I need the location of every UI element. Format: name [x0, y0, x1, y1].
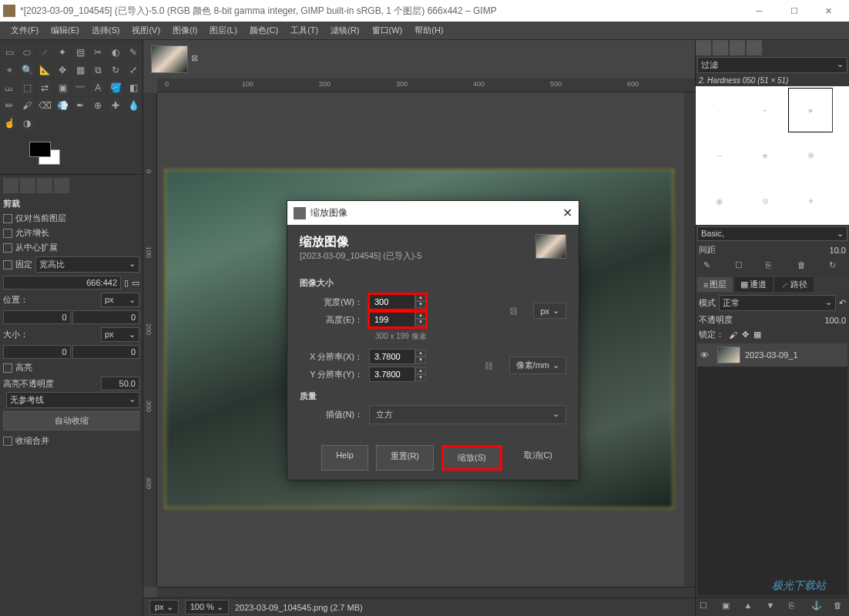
- opt-tab-2[interactable]: [20, 178, 35, 193]
- fg-color-swatch[interactable]: [29, 142, 51, 157]
- brush-item[interactable]: •: [743, 88, 787, 132]
- menu-windows[interactable]: 窗口(W): [366, 22, 409, 38]
- menu-view[interactable]: 视图(V): [126, 22, 166, 38]
- tool-fuzzy-select[interactable]: ✦: [55, 45, 70, 60]
- check-fixed[interactable]: [3, 260, 12, 270]
- ruler-horizontal[interactable]: 0 100 200 300 400 500 600: [157, 79, 695, 92]
- highlight-opacity[interactable]: 50.0: [101, 377, 139, 390]
- help-button[interactable]: Help: [321, 445, 368, 470]
- xres-up[interactable]: ▲: [415, 350, 426, 357]
- tool-move[interactable]: ✥: [55, 62, 70, 78]
- tool-zoom[interactable]: 🔍: [19, 62, 35, 78]
- tab-paths[interactable]: ⟋ 路径: [774, 277, 814, 292]
- close-button[interactable]: ✕: [811, 0, 846, 22]
- raise-layer-icon[interactable]: ▲: [744, 601, 757, 613]
- layer-item[interactable]: 👁 2023-03-09_1: [697, 343, 847, 367]
- brush-tab-4[interactable]: [747, 40, 762, 55]
- ruler-vertical[interactable]: 0 100 200 300 400: [143, 92, 157, 587]
- check-current-layer[interactable]: [3, 214, 12, 223]
- scale-button[interactable]: 缩放(S): [441, 445, 502, 470]
- check-allow-grow[interactable]: [3, 229, 12, 238]
- check-highlight[interactable]: [3, 363, 12, 373]
- width-down[interactable]: ▼: [415, 301, 426, 308]
- yres-up[interactable]: ▲: [415, 367, 426, 374]
- tool-rect-select[interactable]: ▭: [2, 45, 17, 60]
- tool-measure[interactable]: 📐: [37, 62, 52, 78]
- brush-item[interactable]: ·: [697, 88, 742, 132]
- tool-blur[interactable]: 💧: [126, 98, 141, 113]
- tool-rotate[interactable]: ↻: [108, 62, 123, 78]
- tool-shear[interactable]: ⧢: [2, 80, 17, 95]
- brush-item[interactable]: ◉: [697, 179, 742, 223]
- menu-layer[interactable]: 图层(L): [203, 22, 243, 38]
- width-up[interactable]: ▲: [415, 294, 426, 301]
- lock-position-icon[interactable]: ✥: [742, 330, 749, 340]
- scrollbar-horizontal[interactable]: [157, 587, 695, 598]
- xres-down[interactable]: ▼: [415, 357, 426, 363]
- tool-ellipse-select[interactable]: ⬭: [19, 45, 35, 60]
- menu-color[interactable]: 颜色(C): [243, 22, 284, 38]
- yres-input[interactable]: 3.7800: [369, 367, 415, 382]
- res-chain-link-icon[interactable]: ⛓: [483, 352, 495, 380]
- lower-layer-icon[interactable]: ▼: [767, 601, 779, 613]
- image-thumbnail[interactable]: [151, 45, 188, 73]
- brush-item[interactable]: ░: [834, 133, 849, 178]
- res-unit-select[interactable]: 像素/mm⌄: [509, 357, 566, 374]
- tool-align[interactable]: ▦: [72, 62, 88, 78]
- menu-select[interactable]: 选择(S): [86, 22, 126, 38]
- scrollbar-vertical[interactable]: [684, 92, 695, 587]
- menu-help[interactable]: 帮助(H): [408, 22, 449, 38]
- dialog-close-icon[interactable]: ✕: [562, 206, 572, 220]
- tab-layers[interactable]: ≡ 图层: [697, 277, 733, 292]
- reset-button[interactable]: 重置(R): [376, 445, 434, 470]
- opacity-value[interactable]: 100.0: [733, 316, 846, 325]
- width-input[interactable]: 300: [369, 294, 415, 310]
- tool-airbrush[interactable]: 💨: [55, 98, 70, 113]
- size-h[interactable]: 0: [72, 345, 140, 359]
- tool-pencil[interactable]: ✏: [2, 98, 17, 113]
- spacing-value[interactable]: 10.0: [716, 246, 846, 255]
- maximize-button[interactable]: ☐: [777, 0, 811, 22]
- tool-bucket[interactable]: 🪣: [108, 80, 123, 95]
- delete-icon[interactable]: 🗑: [797, 260, 810, 273]
- brush-item[interactable]: ★: [743, 133, 787, 178]
- tool-crop[interactable]: ⧉: [90, 62, 106, 78]
- height-up[interactable]: ▲: [415, 312, 426, 319]
- size-w[interactable]: 0: [3, 345, 71, 359]
- refresh-icon[interactable]: ↻: [829, 260, 841, 273]
- tool-flip[interactable]: ⇄: [37, 80, 52, 95]
- opt-tab-3[interactable]: [37, 178, 52, 193]
- tool-warp[interactable]: 〰: [72, 80, 88, 95]
- brush-item[interactable]: ─: [697, 133, 742, 178]
- tab-channels[interactable]: ▦ 通道: [734, 277, 773, 292]
- tool-foreground[interactable]: ◐: [108, 45, 123, 60]
- status-unit[interactable]: px ⌄: [149, 600, 179, 614]
- size-unit-select[interactable]: px⌄: [533, 303, 566, 319]
- anchor-layer-icon[interactable]: ⚓: [811, 601, 824, 613]
- tool-smudge[interactable]: ☝: [2, 116, 17, 131]
- tool-heal[interactable]: ✚: [108, 98, 123, 113]
- yres-down[interactable]: ▼: [415, 374, 426, 381]
- tool-perspective[interactable]: ⬚: [19, 80, 35, 95]
- tool-paintbrush[interactable]: 🖌: [19, 98, 35, 113]
- layer-group-icon[interactable]: ▣: [722, 601, 734, 613]
- pos-x[interactable]: 0: [3, 310, 71, 324]
- brush-tab-2[interactable]: [713, 40, 728, 55]
- tool-eraser[interactable]: ⌫: [37, 98, 52, 113]
- lock-pixels-icon[interactable]: 🖌: [729, 330, 737, 340]
- cancel-button[interactable]: 取消(C): [510, 445, 566, 470]
- menu-tools[interactable]: 工具(T): [284, 22, 324, 38]
- ratio-input[interactable]: 666:442: [3, 276, 121, 290]
- visibility-icon[interactable]: 👁: [700, 350, 713, 360]
- brush-item[interactable]: ●: [834, 88, 849, 132]
- xres-input[interactable]: 3.7800: [369, 349, 415, 364]
- brush-preset[interactable]: Basic,⌄: [697, 226, 847, 241]
- delete-layer-icon[interactable]: 🗑: [834, 601, 846, 613]
- brush-tab-1[interactable]: [696, 40, 711, 55]
- check-from-center[interactable]: [3, 243, 12, 253]
- opt-tab-4[interactable]: [54, 178, 69, 193]
- height-down[interactable]: ▼: [415, 319, 426, 326]
- duplicate-layer-icon[interactable]: ⎘: [789, 601, 801, 613]
- guides-select[interactable]: 无参考线⌄: [6, 392, 139, 408]
- auto-shrink-button[interactable]: 自动收缩: [3, 411, 139, 430]
